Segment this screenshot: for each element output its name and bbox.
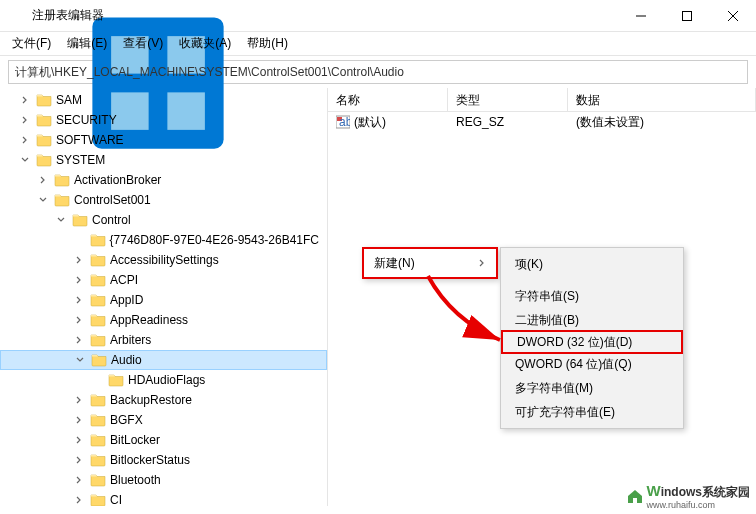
tree-item-backuprestore[interactable]: BackupRestore — [0, 390, 327, 410]
folder-icon — [90, 432, 106, 448]
tree-item-sam[interactable]: SAM — [0, 90, 327, 110]
menu-view[interactable]: 查看(V) — [115, 33, 171, 54]
folder-icon — [36, 132, 52, 148]
folder-icon — [54, 192, 70, 208]
chevron-right-icon[interactable] — [72, 493, 86, 506]
chevron-right-icon[interactable] — [72, 433, 86, 447]
maximize-button[interactable] — [664, 0, 710, 32]
window-title: 注册表编辑器 — [32, 7, 618, 24]
context-menu-new: 项(K) 字符串值(S) 二进制值(B) DWORD (32 位)值(D) QW… — [500, 247, 684, 429]
menu-edit[interactable]: 编辑(E) — [59, 33, 115, 54]
tree-item-bgfx[interactable]: BGFX — [0, 410, 327, 430]
context-item-string[interactable]: 字符串值(S) — [501, 284, 683, 308]
chevron-down-icon[interactable] — [54, 213, 68, 227]
context-item-qword[interactable]: QWORD (64 位)值(Q) — [501, 352, 683, 376]
chevron-right-icon[interactable] — [72, 453, 86, 467]
tree-item-bluetooth[interactable]: Bluetooth — [0, 470, 327, 490]
string-value-icon — [336, 115, 350, 129]
context-item-expandstring[interactable]: 可扩充字符串值(E) — [501, 400, 683, 424]
close-button[interactable] — [710, 0, 756, 32]
folder-icon — [90, 332, 106, 348]
tree-item-guid[interactable]: {7746D80F-97E0-4E26-9543-26B41FC — [0, 230, 327, 250]
folder-icon — [90, 312, 106, 328]
tree-item-appreadiness[interactable]: AppReadiness — [0, 310, 327, 330]
tree-item-accessibility[interactable]: AccessibilitySettings — [0, 250, 327, 270]
chevron-right-icon[interactable] — [18, 93, 32, 107]
chevron-right-icon[interactable] — [72, 313, 86, 327]
tree-item-arbiters[interactable]: Arbiters — [0, 330, 327, 350]
chevron-down-icon[interactable] — [73, 353, 87, 367]
menu-file[interactable]: 文件(F) — [4, 33, 59, 54]
chevron-right-icon[interactable] — [72, 293, 86, 307]
folder-icon — [90, 392, 106, 408]
tree-item-activationbroker[interactable]: ActivationBroker — [0, 170, 327, 190]
svg-rect-9 — [633, 498, 637, 503]
tree-item-system[interactable]: SYSTEM — [0, 150, 327, 170]
folder-icon — [90, 472, 106, 488]
folder-icon — [36, 152, 52, 168]
chevron-right-icon[interactable] — [72, 393, 86, 407]
tree-item-appid[interactable]: AppID — [0, 290, 327, 310]
menu-help[interactable]: 帮助(H) — [239, 33, 296, 54]
folder-icon — [90, 412, 106, 428]
svg-rect-8 — [683, 11, 692, 20]
tree-item-ci[interactable]: CI — [0, 490, 327, 506]
chevron-right-icon[interactable] — [36, 173, 50, 187]
tree-item-hdaudioflags[interactable]: HDAudioFlags — [0, 370, 327, 390]
minimize-button[interactable] — [618, 0, 664, 32]
column-data[interactable]: 数据 — [568, 88, 756, 111]
folder-icon — [90, 272, 106, 288]
tree-item-software[interactable]: SOFTWARE — [0, 130, 327, 150]
folder-icon — [90, 452, 106, 468]
folder-icon — [36, 112, 52, 128]
chevron-right-icon[interactable] — [18, 113, 32, 127]
chevron-right-icon — [478, 256, 486, 270]
context-item-multistring[interactable]: 多字符串值(M) — [501, 376, 683, 400]
tree-item-control[interactable]: Control — [0, 210, 327, 230]
column-type[interactable]: 类型 — [448, 88, 568, 111]
address-text: 计算机\HKEY_LOCAL_MACHINE\SYSTEM\ControlSet… — [15, 64, 404, 81]
tree-item-controlset001[interactable]: ControlSet001 — [0, 190, 327, 210]
column-name[interactable]: 名称 — [328, 88, 448, 111]
context-menu-primary: 新建(N) — [362, 247, 498, 279]
chevron-down-icon[interactable] — [36, 193, 50, 207]
context-item-new[interactable]: 新建(N) — [364, 249, 496, 277]
chevron-right-icon[interactable] — [72, 273, 86, 287]
chevron-down-icon[interactable] — [18, 153, 32, 167]
context-item-dword[interactable]: DWORD (32 位)值(D) — [501, 330, 683, 354]
window-controls — [618, 0, 756, 32]
folder-icon — [54, 172, 70, 188]
tree-item-acpi[interactable]: ACPI — [0, 270, 327, 290]
folder-icon — [90, 492, 106, 506]
folder-icon — [90, 232, 106, 248]
folder-icon — [72, 212, 88, 228]
folder-icon — [108, 372, 124, 388]
address-bar[interactable]: 计算机\HKEY_LOCAL_MACHINE\SYSTEM\ControlSet… — [8, 60, 748, 84]
folder-icon — [90, 252, 106, 268]
context-item-key[interactable]: 项(K) — [501, 252, 683, 276]
value-row-default[interactable]: (默认) REG_SZ (数值未设置) — [328, 112, 756, 132]
menu-favorites[interactable]: 收藏夹(A) — [171, 33, 239, 54]
tree-item-security[interactable]: SECURITY — [0, 110, 327, 130]
column-headers: 名称 类型 数据 — [328, 88, 756, 112]
tree-item-bitlockerstatus[interactable]: BitlockerStatus — [0, 450, 327, 470]
title-bar: 注册表编辑器 — [0, 0, 756, 32]
house-icon — [626, 487, 644, 505]
chevron-right-icon[interactable] — [18, 133, 32, 147]
tree-item-bitlocker[interactable]: BitLocker — [0, 430, 327, 450]
context-item-binary[interactable]: 二进制值(B) — [501, 308, 683, 332]
tree-item-audio[interactable]: Audio — [0, 350, 327, 370]
chevron-right-icon[interactable] — [72, 253, 86, 267]
chevron-right-icon[interactable] — [72, 333, 86, 347]
chevron-right-icon[interactable] — [72, 413, 86, 427]
menu-bar: 文件(F) 编辑(E) 查看(V) 收藏夹(A) 帮助(H) — [0, 32, 756, 56]
folder-icon — [36, 92, 52, 108]
app-icon — [8, 8, 24, 24]
tree-pane[interactable]: SAM SECURITY SOFTWARE SYSTEM ActivationB… — [0, 88, 328, 506]
folder-icon — [90, 292, 106, 308]
chevron-right-icon[interactable] — [72, 473, 86, 487]
watermark: Windows系统家园 www.ruhaifu.com — [626, 482, 750, 510]
folder-icon — [91, 352, 107, 368]
